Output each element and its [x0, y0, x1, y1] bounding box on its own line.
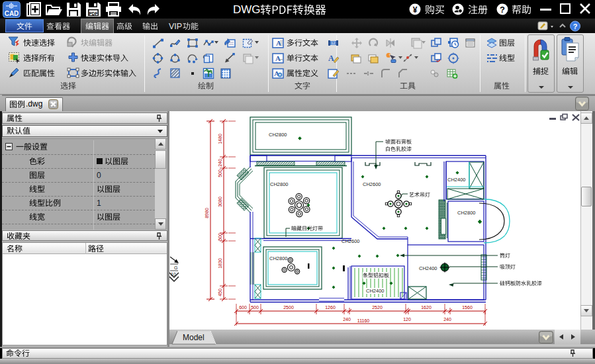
svg-text:500: 500 [251, 305, 259, 310]
svg-text:3080: 3080 [218, 197, 222, 207]
svg-text:240: 240 [443, 317, 451, 322]
svg-text:500: 500 [218, 233, 222, 241]
svg-text:1830: 1830 [218, 258, 222, 269]
svg-text:500: 500 [218, 169, 222, 177]
svg-text:450: 450 [218, 289, 222, 296]
svg-text:600: 600 [239, 305, 247, 310]
svg-text:2520: 2520 [372, 305, 383, 310]
svg-text:1480: 1480 [218, 134, 222, 144]
svg-text:1560: 1560 [462, 305, 473, 310]
svg-text:11160: 11160 [357, 318, 370, 323]
svg-text:PDF: PDF [89, 11, 98, 16]
svg-text:G: G [174, 265, 177, 270]
svg-text:240: 240 [218, 159, 222, 167]
svg-text:240: 240 [343, 317, 351, 322]
svg-text:120: 120 [403, 317, 411, 322]
svg-text:12: 12 [331, 41, 336, 45]
svg-text:1260: 1260 [325, 305, 336, 310]
svg-text:1620: 1620 [421, 305, 432, 310]
svg-text:A: A [275, 54, 281, 62]
svg-text:¥: ¥ [413, 5, 418, 15]
svg-text:?: ? [500, 5, 505, 15]
svg-text:?: ? [573, 23, 578, 30]
svg-text:8980: 8980 [205, 208, 209, 218]
svg-text:2500: 2500 [283, 305, 294, 310]
svg-text:CAD: CAD [5, 10, 19, 17]
